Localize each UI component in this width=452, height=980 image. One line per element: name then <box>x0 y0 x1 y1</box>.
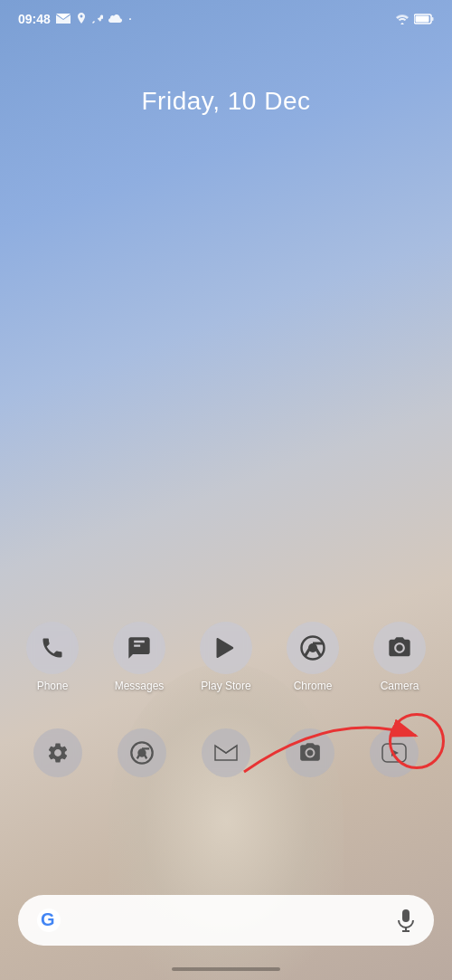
maps-status-icon <box>76 13 87 25</box>
settings-icon <box>46 741 70 765</box>
camera-icon <box>387 635 412 661</box>
svg-rect-12 <box>402 909 410 922</box>
playstore-label: Play Store <box>201 680 250 692</box>
app-item-phone[interactable]: Phone <box>16 622 89 692</box>
gmail-icon <box>214 744 238 762</box>
status-right <box>394 13 434 25</box>
dock-settings[interactable] <box>33 728 82 777</box>
app-item-playstore[interactable]: Play Store <box>190 622 262 692</box>
status-time: 09:48 <box>18 12 51 26</box>
wifi-icon <box>394 13 410 25</box>
svg-rect-2 <box>416 16 429 23</box>
app-item-chrome[interactable]: Chrome <box>277 622 349 692</box>
status-bar: 09:48 · <box>0 0 452 33</box>
app-row: Phone Messages Play Store <box>0 622 452 692</box>
messages-label: Messages <box>115 680 165 692</box>
chrome-label: Chrome <box>294 680 333 692</box>
messages-icon <box>127 635 152 661</box>
playstore-icon <box>213 635 239 661</box>
chrome-icon <box>299 634 326 661</box>
highlight-circle <box>389 713 445 769</box>
battery-icon <box>414 14 434 24</box>
dock-row <box>0 728 452 777</box>
app-item-camera[interactable]: Camera <box>363 622 436 692</box>
phone-icon-bg <box>26 622 79 674</box>
home-indicator <box>172 967 280 971</box>
camera-icon-bg <box>373 622 426 674</box>
playstore-icon-bg <box>200 622 252 674</box>
wrench-status-icon <box>92 13 103 25</box>
dock-camera[interactable] <box>286 728 334 777</box>
mic-icon[interactable] <box>396 908 416 933</box>
svg-rect-1 <box>432 17 434 21</box>
date-display: Friday, 10 Dec <box>0 87 452 116</box>
phone-label: Phone <box>37 680 69 692</box>
chromium-icon <box>129 740 155 766</box>
camera2-icon <box>298 741 322 765</box>
status-left: 09:48 · <box>18 11 132 27</box>
dock-gmail[interactable] <box>202 728 250 777</box>
svg-text:G: G <box>41 909 55 929</box>
google-logo: G <box>36 908 61 933</box>
dock-chromium[interactable] <box>118 728 166 777</box>
camera-label: Camera <box>381 680 419 692</box>
phone-icon <box>40 635 65 661</box>
dot-indicator: · <box>128 11 132 27</box>
messages-icon-bg <box>113 622 165 674</box>
app-item-messages[interactable]: Messages <box>103 622 175 692</box>
search-bar[interactable]: G <box>18 895 434 946</box>
cloud-status-icon <box>108 14 123 24</box>
chrome-icon-bg <box>287 622 339 674</box>
gmail-status-icon <box>56 14 71 24</box>
